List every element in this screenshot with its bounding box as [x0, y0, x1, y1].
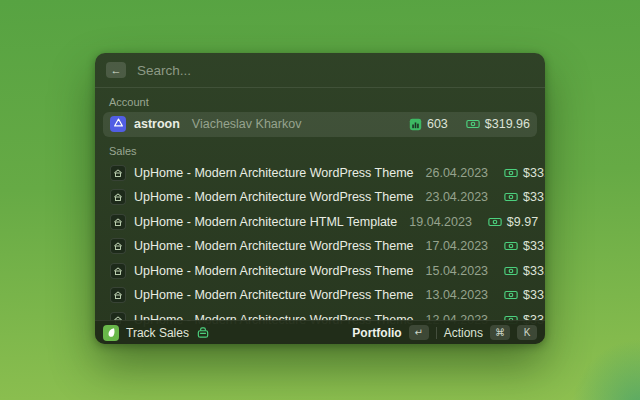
sale-row[interactable]: UpHome - Modern Architecture WordPress T… [103, 185, 537, 210]
account-avatar [110, 116, 126, 132]
sale-row[interactable]: UpHome - Modern Architecture WordPress T… [103, 234, 537, 259]
back-button[interactable]: ← [106, 62, 126, 78]
sale-amount-accessory: $33.49 [504, 264, 545, 278]
sale-title: UpHome - Modern Architecture WordPress T… [134, 288, 414, 302]
banknote-icon [466, 118, 480, 130]
primary-action[interactable]: Portfolio [352, 326, 401, 340]
sale-title: UpHome - Modern Architecture HTML Templa… [134, 215, 397, 229]
sales-rows: UpHome - Modern Architecture WordPress T… [103, 161, 537, 333]
desktop-background: ← Account astroon Viacheslav Kharkov [0, 0, 640, 400]
sale-title: UpHome - Modern Architecture WordPress T… [134, 190, 414, 204]
sale-amount: $9.97 [507, 215, 538, 229]
product-thumbnail-icon [110, 287, 126, 303]
product-thumbnail-icon [110, 238, 126, 254]
actions-button[interactable]: Actions [444, 326, 483, 340]
sale-date: 26.04.2023 [426, 166, 489, 180]
search-bar: ← [95, 53, 545, 88]
sale-amount-accessory: $33.49 [504, 239, 545, 253]
triangle-logo-icon [113, 117, 124, 131]
product-thumbnail-icon [110, 214, 126, 230]
sale-row[interactable]: UpHome - Modern Architecture WordPress T… [103, 259, 537, 284]
sale-date: 23.04.2023 [426, 190, 489, 204]
product-thumbnail-icon [110, 189, 126, 205]
k-key-badge: K [517, 325, 537, 340]
sale-row[interactable]: UpHome - Modern Architecture WordPress T… [103, 283, 537, 308]
product-thumbnail-icon [110, 263, 126, 279]
footer-divider [436, 327, 437, 339]
footer-bar: Track Sales Portfolio ↵ Actions ⌘ K [95, 320, 545, 344]
account-row[interactable]: astroon Viacheslav Kharkov 603 [103, 112, 537, 137]
sale-row[interactable]: UpHome - Modern Architecture WordPress T… [103, 161, 537, 186]
sales-count-accessory: 603 [409, 117, 448, 131]
sale-date: 13.04.2023 [426, 288, 489, 302]
launcher-window: ← Account astroon Viacheslav Kharkov [95, 53, 545, 344]
enter-key-badge: ↵ [409, 325, 429, 340]
account-name: astroon [134, 117, 180, 131]
wallet-icon [196, 326, 210, 339]
banknote-icon [488, 216, 502, 228]
bar-chart-icon [409, 118, 422, 131]
arrow-left-icon: ← [111, 64, 122, 76]
banknote-icon [504, 289, 518, 301]
sale-title: UpHome - Modern Architecture WordPress T… [134, 166, 414, 180]
envato-leaf-icon [103, 325, 119, 341]
results-list: Account astroon Viacheslav Kharkov [95, 88, 545, 344]
sale-date: 15.04.2023 [426, 264, 489, 278]
sale-title: UpHome - Modern Architecture WordPress T… [134, 264, 414, 278]
sale-amount-accessory: $33.49 [504, 288, 545, 302]
product-thumbnail-icon [110, 165, 126, 181]
search-input[interactable] [135, 62, 534, 79]
account-owner: Viacheslav Kharkov [192, 117, 302, 131]
banknote-icon [504, 240, 518, 252]
banknote-icon [504, 167, 518, 179]
banknote-icon [504, 265, 518, 277]
sale-date: 17.04.2023 [426, 239, 489, 253]
sale-amount-accessory: $33.49 [504, 190, 545, 204]
sale-row[interactable]: UpHome - Modern Architecture HTML Templa… [103, 210, 537, 235]
section-sales: Sales [103, 137, 537, 161]
sale-amount: $33.49 [523, 288, 545, 302]
sale-amount: $33.49 [523, 190, 545, 204]
section-account: Account [103, 88, 537, 112]
sales-count-value: 603 [427, 117, 448, 131]
sale-amount: $33.49 [523, 264, 545, 278]
cmd-key-badge: ⌘ [490, 325, 510, 340]
balance-accessory: $319.96 [466, 117, 530, 131]
sale-date: 19.04.2023 [409, 215, 472, 229]
sale-amount-accessory: $9.97 [488, 215, 538, 229]
sale-amount-accessory: $33.49 [504, 166, 545, 180]
sale-amount: $33.49 [523, 239, 545, 253]
sale-amount: $33.49 [523, 166, 545, 180]
sale-title: UpHome - Modern Architecture WordPress T… [134, 239, 414, 253]
banknote-icon [504, 191, 518, 203]
command-name: Track Sales [126, 326, 189, 340]
balance-value: $319.96 [485, 117, 530, 131]
